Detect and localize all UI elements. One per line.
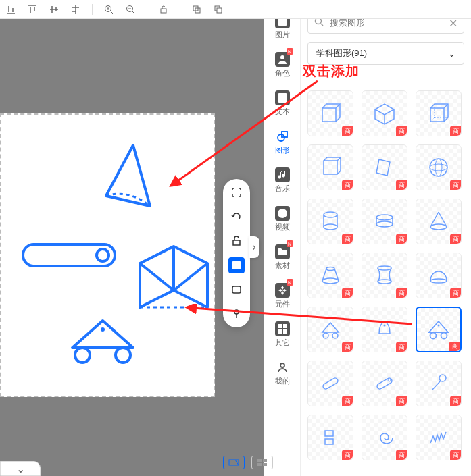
commercial-tag: 商	[450, 126, 461, 136]
shape-cell-flag-pin[interactable]: 商	[416, 361, 462, 406]
bottom-tab[interactable]: ⌄	[0, 461, 41, 476]
tab-text[interactable]: T文本	[269, 88, 296, 120]
shape-cell-cone[interactable]: 商	[416, 199, 462, 244]
zoom-in-icon[interactable]	[103, 4, 114, 15]
shape-cell-sphere[interactable]: 商	[416, 144, 462, 190]
svg-point-33	[324, 212, 337, 217]
tab-label: 元件	[275, 299, 290, 309]
commercial-tag: 商	[396, 288, 407, 298]
commercial-tag: 商	[396, 126, 407, 136]
divider	[92, 4, 93, 15]
new-badge: N	[287, 279, 293, 286]
music-icon	[275, 167, 290, 182]
svg-rect-13	[232, 261, 241, 269]
top-toolbar	[0, 0, 471, 19]
commercial-tag: 商	[396, 396, 407, 406]
unlock-icon[interactable]	[158, 4, 169, 15]
tab-mine[interactable]: 我的	[269, 357, 296, 389]
view-mode-icon[interactable]	[223, 456, 245, 469]
svg-point-43	[323, 333, 328, 338]
shape-cell-stack[interactable]: 商	[307, 415, 353, 460]
svg-rect-58	[257, 463, 262, 466]
svg-point-37	[430, 224, 447, 230]
tab-label: 其它	[275, 338, 290, 348]
shape-cell-zigzag[interactable]: 商	[416, 415, 462, 460]
svg-rect-14	[232, 286, 241, 293]
svg-point-21	[278, 134, 284, 141]
shape-prism[interactable]	[137, 243, 211, 314]
svg-point-48	[441, 333, 447, 339]
rect-outline-icon[interactable]	[228, 282, 245, 298]
svg-point-28	[280, 363, 284, 367]
shape-tri-wheels[interactable]	[69, 317, 137, 365]
copy-icon[interactable]	[191, 4, 202, 15]
tab-other[interactable]: 其它	[269, 319, 296, 350]
align-bottom-icon[interactable]	[5, 4, 16, 15]
category-select[interactable]: 学科图形(91) ⌄	[307, 42, 464, 65]
bottom-controls	[223, 456, 273, 469]
shape-cell-capsule-diag[interactable]: 商	[307, 361, 353, 406]
svg-rect-59	[263, 463, 267, 466]
tab-material[interactable]: 素材N	[269, 242, 296, 273]
svg-rect-27	[283, 329, 287, 334]
tab-role[interactable]: 角色N	[269, 49, 296, 81]
align-baseline-icon[interactable]	[70, 4, 81, 15]
svg-point-18	[280, 55, 284, 59]
pin-icon[interactable]	[228, 306, 245, 322]
svg-point-8	[97, 249, 109, 261]
commercial-tag: 商	[396, 342, 407, 352]
category-label: 学科图形(91)	[316, 47, 367, 59]
shape-cell-cube-iso[interactable]: 商	[307, 144, 353, 190]
shape-cell-hyperboloid[interactable]: 商	[362, 253, 407, 298]
mine-icon	[275, 360, 290, 375]
fullscreen-icon[interactable]	[228, 184, 245, 201]
tab-video[interactable]: 视频	[269, 203, 296, 235]
float-expand-icon[interactable]: ›	[249, 236, 259, 258]
shape-cell-capsule-diag2[interactable]: 商	[362, 361, 407, 406]
tab-label: 音乐	[275, 184, 290, 194]
align-top-icon[interactable]	[27, 4, 38, 15]
svg-point-31	[430, 164, 447, 171]
tab-label: 素材	[275, 261, 290, 271]
svg-point-52	[439, 375, 446, 381]
rotate-icon[interactable]	[228, 209, 245, 225]
shape-cell-dome[interactable]: 商	[416, 253, 462, 298]
shape-cell-spiral[interactable]: 商	[362, 415, 407, 460]
shape-pyramid[interactable]	[103, 142, 164, 209]
lock-open-icon[interactable]	[228, 233, 245, 249]
shape-slider[interactable]	[22, 243, 116, 267]
zoom-out-icon[interactable]	[125, 4, 136, 15]
shape-cell-cube-persp[interactable]: 商	[362, 90, 407, 136]
svg-point-40	[378, 266, 391, 270]
svg-rect-12	[233, 240, 240, 245]
hint-text: 双击添加	[303, 62, 360, 80]
commercial-tag: 商	[342, 288, 353, 298]
svg-rect-53	[325, 431, 333, 436]
tab-component[interactable]: 元件N	[269, 280, 296, 312]
shape-cell-frustum[interactable]: 商	[307, 253, 353, 298]
new-badge: N	[287, 240, 293, 247]
svg-point-46	[438, 325, 440, 327]
shape-cell-cube-front[interactable]: 商	[307, 90, 353, 136]
commercial-tag: 商	[342, 396, 353, 406]
commercial-tag: 商	[342, 234, 353, 244]
tab-shape[interactable]: 图形	[269, 126, 296, 158]
shape-cell-cylinder-flat[interactable]: 商	[362, 199, 407, 244]
stage[interactable]	[0, 113, 215, 397]
shape-cell-tri-wheels[interactable]: 商	[416, 307, 462, 352]
shape-cell-tri-wheels-small[interactable]: 商	[307, 307, 353, 352]
tab-music[interactable]: 音乐	[269, 165, 296, 196]
clone-icon[interactable]	[213, 4, 224, 15]
shape-cell-bell[interactable]: 商	[362, 307, 407, 352]
rect-fill-icon[interactable]	[228, 257, 245, 273]
shape-cell-rhombus-3d[interactable]: 商	[362, 144, 407, 190]
shape-cell-cube-dash[interactable]: 商	[416, 90, 462, 136]
svg-rect-26	[278, 329, 282, 334]
shape-cell-cylinder[interactable]: 商	[307, 199, 353, 244]
tab-label: 图形	[275, 145, 290, 155]
commercial-tag: 商	[450, 288, 461, 298]
grid-mode-icon[interactable]	[251, 456, 273, 469]
commercial-tag: 商	[342, 126, 353, 136]
align-v-center-icon[interactable]	[49, 4, 59, 15]
svg-point-36	[376, 221, 393, 227]
